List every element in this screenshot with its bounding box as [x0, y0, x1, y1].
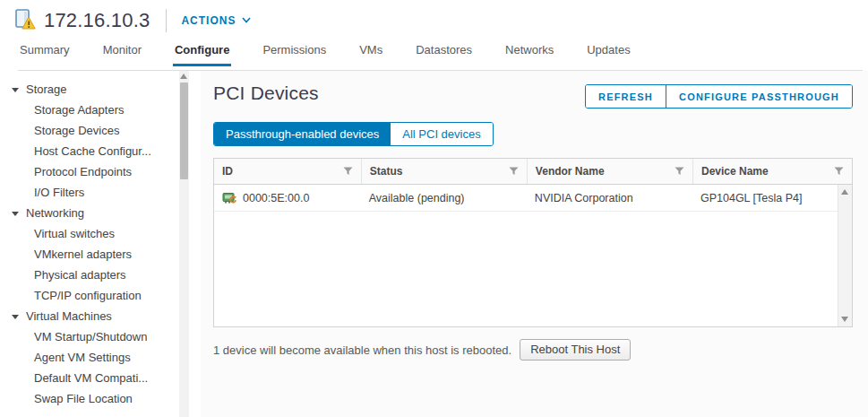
cell-status: Available (pending)	[361, 185, 527, 211]
reboot-this-host-button[interactable]: Reboot This Host	[520, 339, 631, 361]
header-divider	[166, 9, 167, 32]
header: 172.16.10.3 ACTIONS	[0, 0, 868, 40]
scroll-up-icon[interactable]	[180, 74, 187, 79]
sidebar-item-storage-adapters[interactable]: Storage Adapters	[0, 100, 176, 120]
tab-permissions[interactable]: Permissions	[261, 40, 328, 65]
scroll-up-icon[interactable]	[841, 189, 848, 195]
sidebar-item-storage-devices[interactable]: Storage Devices	[0, 120, 176, 141]
page-title: PCI Devices	[213, 83, 319, 104]
scrollbar-thumb[interactable]	[180, 83, 188, 179]
tab-summary[interactable]: Summary	[18, 40, 72, 65]
device-view-toggle: Passthrough-enabled devices All PCI devi…	[213, 122, 494, 146]
sidebar-group-storage[interactable]: Storage	[0, 79, 176, 100]
pci-devices-table: ID Status Vendor Name Device Name	[213, 158, 853, 327]
column-header-label: ID	[222, 165, 233, 178]
actions-label: ACTIONS	[181, 14, 236, 27]
sidebar-group-virtual-machines[interactable]: Virtual Machines	[0, 306, 176, 326]
sidebar-scrollbar[interactable]	[179, 71, 189, 417]
filter-icon[interactable]	[834, 167, 844, 176]
pci-devices-panel: PCI Devices REFRESH CONFIGURE PASSTHROUG…	[201, 71, 868, 417]
tab-updates[interactable]: Updates	[585, 40, 632, 65]
tab-datastores[interactable]: Datastores	[414, 40, 474, 65]
column-header-status[interactable]: Status	[361, 159, 527, 184]
sidebar-item-host-cache-configuration[interactable]: Host Cache Configur...	[0, 141, 176, 161]
configure-sidebar: Storage Storage Adapters Storage Devices…	[0, 71, 201, 417]
sidebar-item-vmkernel-adapters[interactable]: VMkernel adapters	[0, 244, 176, 265]
tab-vms[interactable]: VMs	[357, 40, 384, 65]
actions-menu-button[interactable]: ACTIONS	[181, 14, 251, 27]
host-ip-title: 172.16.10.3	[44, 9, 150, 32]
caret-down-icon	[12, 314, 19, 319]
device-vendor: NVIDIA Corporation	[535, 192, 633, 204]
scroll-down-icon[interactable]	[841, 317, 848, 322]
tab-bar: Summary Monitor Configure Permissions VM…	[18, 40, 863, 71]
tab-monitor[interactable]: Monitor	[101, 40, 143, 65]
cell-id: 0000:5E:00.0	[214, 185, 361, 211]
sidebar-group-label: Virtual Machines	[26, 306, 112, 326]
sidebar-group-label: Networking	[26, 203, 84, 223]
passthrough-enabled-devices-toggle[interactable]: Passthrough-enabled devices	[214, 123, 391, 145]
table-body: 0000:5E:00.0 Available (pending) NVIDIA …	[214, 185, 852, 326]
vsphere-host-configure-page: 172.16.10.3 ACTIONS Summary Monitor Conf…	[0, 0, 868, 417]
column-header-label: Vendor Name	[536, 165, 605, 178]
reboot-notice: 1 device will become available when this…	[213, 339, 853, 361]
all-pci-devices-toggle[interactable]: All PCI devices	[391, 123, 492, 145]
column-header-label: Device Name	[701, 165, 769, 178]
device-id: 0000:5E:00.0	[243, 192, 309, 204]
column-header-device-name[interactable]: Device Name	[692, 159, 852, 184]
sidebar-group-label: Storage	[26, 79, 67, 100]
filter-icon[interactable]	[675, 167, 684, 176]
sidebar-item-virtual-switches[interactable]: Virtual switches	[0, 223, 176, 244]
caret-down-icon	[12, 87, 19, 92]
column-header-id[interactable]: ID	[214, 159, 361, 184]
column-header-vendor-name[interactable]: Vendor Name	[527, 159, 692, 184]
pci-device-pending-icon	[222, 191, 237, 205]
reboot-message: 1 device will become available when this…	[213, 343, 511, 357]
filter-icon[interactable]	[509, 167, 519, 176]
sidebar-item-tcpip-configuration[interactable]: TCP/IP configuration	[0, 285, 176, 306]
device-status: Available (pending)	[369, 192, 465, 204]
configure-passthrough-button[interactable]: CONFIGURE PASSTHROUGH	[666, 85, 852, 108]
column-header-label: Status	[370, 165, 403, 178]
sidebar-item-vm-startup-shutdown[interactable]: VM Startup/Shutdown	[0, 326, 176, 347]
table-scrollbar[interactable]	[838, 185, 852, 326]
sidebar-item-protocol-endpoints[interactable]: Protocol Endpoints	[0, 161, 176, 182]
cell-vendor-name: NVIDIA Corporation	[527, 185, 692, 211]
filter-icon[interactable]	[343, 167, 353, 176]
host-warning-icon	[13, 8, 36, 32]
chevron-down-icon	[242, 17, 251, 23]
sidebar-item-physical-adapters[interactable]: Physical adapters	[0, 265, 176, 285]
tab-networks[interactable]: Networks	[503, 40, 555, 65]
device-name: GP104GL [Tesla P4]	[700, 192, 803, 204]
refresh-button[interactable]: REFRESH	[586, 85, 666, 108]
sidebar-group-networking[interactable]: Networking	[0, 203, 176, 223]
tab-configure[interactable]: Configure	[173, 40, 231, 65]
toolbar: REFRESH CONFIGURE PASSTHROUGH	[585, 84, 853, 109]
caret-down-icon	[12, 211, 19, 216]
table-header-row: ID Status Vendor Name Device Name	[214, 159, 852, 185]
sidebar-item-default-vm-compatibility[interactable]: Default VM Compati...	[0, 368, 176, 388]
sidebar-item-agent-vm-settings[interactable]: Agent VM Settings	[0, 347, 176, 368]
sidebar-item-swap-file-location[interactable]: Swap File Location	[0, 388, 176, 409]
table-row[interactable]: 0000:5E:00.0 Available (pending) NVIDIA …	[214, 185, 852, 212]
cell-device-name: GP104GL [Tesla P4]	[692, 185, 852, 211]
sidebar-item-io-filters[interactable]: I/O Filters	[0, 182, 176, 203]
